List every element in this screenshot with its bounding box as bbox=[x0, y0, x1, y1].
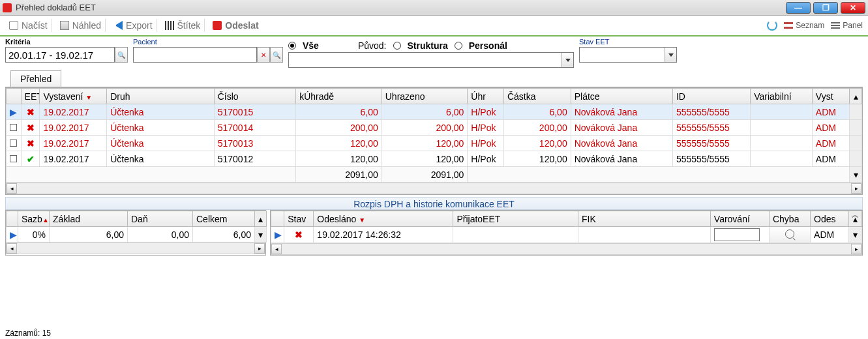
patient-input[interactable] bbox=[133, 47, 257, 63]
window-maximize-button[interactable]: ❐ bbox=[813, 2, 838, 14]
patient-clear-button[interactable]: ✕ bbox=[257, 47, 270, 63]
preview-button[interactable]: Náhled bbox=[56, 19, 106, 32]
col-issued[interactable]: Vystavení ▼ bbox=[40, 89, 107, 104]
window-minimize-button[interactable]: — bbox=[786, 2, 811, 14]
dph-rate: 0% bbox=[18, 227, 50, 243]
send-button[interactable]: Odeslat bbox=[209, 19, 262, 32]
cell-issuer: ADM bbox=[812, 104, 850, 120]
date-lookup-button[interactable]: 🔍 bbox=[115, 47, 128, 63]
col-eet[interactable]: EET bbox=[21, 89, 40, 104]
criteria-bar: Kritéria 🔍 Pacient ✕ 🔍 Vše Původ: Strukt… bbox=[0, 37, 868, 70]
dph-col-rate[interactable]: Sazb▲ bbox=[18, 211, 50, 227]
vscroll-up[interactable]: ▴ bbox=[850, 89, 862, 104]
radio-structure[interactable] bbox=[393, 42, 401, 50]
sort-desc-icon: ▼ bbox=[85, 94, 92, 101]
cell-payer: Nováková Jana bbox=[571, 136, 672, 151]
dph-col-total[interactable]: Celkem bbox=[193, 211, 255, 227]
panel-button[interactable]: Panel bbox=[831, 21, 863, 30]
dph-hscroll[interactable]: ◂▸ bbox=[6, 243, 265, 254]
filter-combo[interactable] bbox=[288, 52, 574, 68]
hist-col-warn[interactable]: Varování bbox=[710, 211, 769, 227]
criteria-label: Kritéria bbox=[5, 38, 128, 46]
cell-id: 555555/5555 bbox=[672, 151, 750, 167]
col-select[interactable] bbox=[7, 89, 22, 104]
hist-vscroll-down[interactable]: ▾ bbox=[848, 227, 861, 243]
cell-kind: Účtenka bbox=[107, 151, 215, 167]
col-topay[interactable]: kÚhradě bbox=[296, 89, 382, 104]
dph-vscroll-up[interactable]: ▴ bbox=[255, 211, 267, 227]
row-indicator-icon: ▶ bbox=[10, 107, 17, 117]
col-kind[interactable]: Druh bbox=[107, 89, 215, 104]
window-title: Přehled dokladů EET bbox=[16, 3, 96, 12]
dph-tax: 0,00 bbox=[128, 227, 193, 243]
hscroll[interactable]: ◂▸ bbox=[6, 183, 862, 194]
export-button[interactable]: Export bbox=[110, 19, 157, 32]
cell-date: 19.02.2017 bbox=[40, 120, 107, 136]
col-varsym[interactable]: Variabilní bbox=[751, 89, 813, 104]
vscroll-down[interactable]: ▾ bbox=[850, 167, 862, 183]
table-row[interactable]: ✖19.02.2017Účtenka5170014200,00200,00H/P… bbox=[7, 120, 862, 136]
cell-amount: 120,00 bbox=[503, 136, 571, 151]
dph-row[interactable]: ▶ 0% 6,00 0,00 6,00 ▾ bbox=[7, 227, 267, 243]
hist-err[interactable] bbox=[769, 227, 810, 243]
table-row[interactable]: ▶✖19.02.2017Účtenka51700156,006,00H/Pok6… bbox=[7, 104, 862, 120]
status-bar: Záznamů: 15 bbox=[5, 329, 51, 338]
tab-overview[interactable]: Přehled bbox=[10, 70, 61, 87]
sum-paid: 2091,00 bbox=[382, 167, 468, 183]
help-icon[interactable] bbox=[767, 20, 777, 31]
radio-personal[interactable] bbox=[455, 42, 462, 50]
warn-input[interactable] bbox=[714, 228, 760, 241]
dph-vscroll-down[interactable]: ▾ bbox=[255, 227, 267, 243]
radio-all[interactable] bbox=[288, 42, 296, 50]
cell-id: 555555/5555 bbox=[672, 120, 750, 136]
col-number[interactable]: Číslo bbox=[214, 89, 295, 104]
panel-label: Panel bbox=[843, 21, 863, 30]
hist-col-fik[interactable]: FIK bbox=[578, 211, 711, 227]
hist-hscroll[interactable]: ◂▸ bbox=[271, 243, 862, 255]
dph-grid: Sazb▲ Základ Daň Celkem ▴ ▶ 0% 6,00 0,00… bbox=[5, 210, 266, 256]
col-id[interactable]: ID bbox=[672, 89, 750, 104]
hist-row[interactable]: ▶ ✖ 19.02.2017 14:26:32 ADM ▾ bbox=[271, 227, 862, 243]
dph-col-tax[interactable]: Daň bbox=[128, 211, 193, 227]
hist-col-err[interactable]: Chyba bbox=[769, 211, 810, 227]
label-button[interactable]: Štítek bbox=[161, 19, 205, 32]
row-checkbox[interactable] bbox=[10, 124, 17, 131]
row-checkbox[interactable] bbox=[10, 155, 17, 162]
send-label: Odeslat bbox=[225, 20, 258, 31]
table-row[interactable]: ✖19.02.2017Účtenka5170013120,00120,00H/P… bbox=[7, 136, 862, 151]
dph-col-base[interactable]: Základ bbox=[50, 211, 128, 227]
state-combo[interactable] bbox=[579, 47, 677, 63]
row-indicator-icon: ▶ bbox=[271, 227, 284, 243]
send-icon bbox=[213, 21, 222, 30]
cell-paid: 6,00 bbox=[382, 104, 468, 120]
window-close-button[interactable]: ✕ bbox=[841, 2, 865, 14]
listing-button[interactable]: Seznam bbox=[784, 21, 824, 30]
row-indicator-icon: ▶ bbox=[7, 227, 18, 243]
radio-structure-label: Struktura bbox=[408, 40, 448, 51]
hist-col-sent[interactable]: Odesláno ▼ bbox=[314, 211, 453, 227]
hist-col-state[interactable]: Stav bbox=[284, 211, 314, 227]
col-uhr[interactable]: Úhr bbox=[468, 89, 504, 104]
load-button[interactable]: Načíst bbox=[5, 19, 52, 32]
grid-header-row: EET Vystavení ▼ Druh Číslo kÚhradě Uhraz… bbox=[7, 89, 862, 104]
hist-sender: ADM bbox=[811, 227, 849, 243]
date-range-input[interactable] bbox=[5, 47, 115, 63]
cell-payer: Nováková Jana bbox=[571, 151, 672, 167]
cell-varsym bbox=[751, 120, 813, 136]
bottom-panel: Sazb▲ Základ Daň Celkem ▴ ▶ 0% 6,00 0,00… bbox=[5, 210, 863, 256]
hist-col-received[interactable]: PřijatoEET bbox=[453, 211, 578, 227]
hist-received bbox=[453, 227, 578, 243]
cell-issuer: ADM bbox=[812, 151, 850, 167]
collapse-icon[interactable]: ︽ bbox=[852, 210, 859, 220]
label-label: Štítek bbox=[177, 20, 201, 31]
col-amount[interactable]: Částka bbox=[503, 89, 571, 104]
patient-lookup-button[interactable]: 🔍 bbox=[270, 47, 283, 63]
col-payer[interactable]: Plátce bbox=[571, 89, 672, 104]
row-checkbox[interactable] bbox=[10, 140, 17, 147]
col-issuer[interactable]: Vyst bbox=[812, 89, 850, 104]
hist-fik bbox=[578, 227, 711, 243]
col-paid[interactable]: Uhrazeno bbox=[382, 89, 468, 104]
toolbar: Načíst Náhled Export Štítek Odeslat Sezn… bbox=[0, 16, 868, 37]
table-row[interactable]: ✔19.02.2017Účtenka5170012120,00120,00H/P… bbox=[7, 151, 862, 167]
hist-col-sender[interactable]: Odes bbox=[811, 211, 849, 227]
